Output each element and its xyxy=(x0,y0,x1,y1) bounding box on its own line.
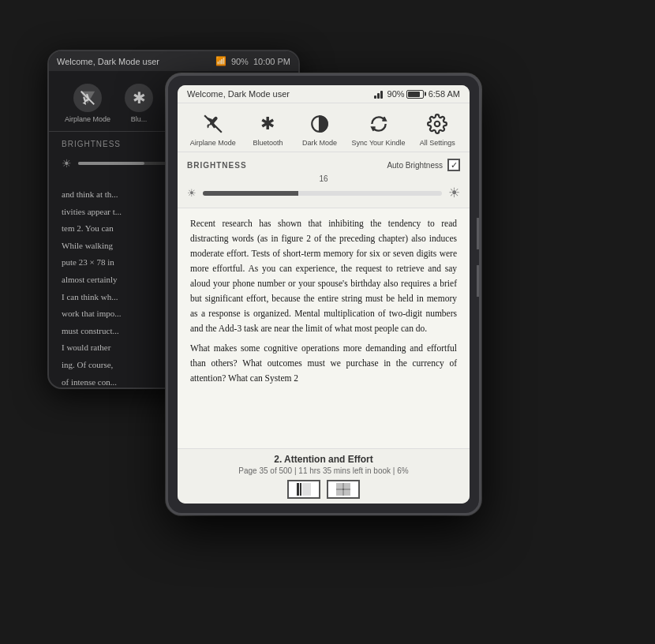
airplane-icon-back xyxy=(73,84,102,112)
brightness-high-front: ☀ xyxy=(448,185,460,201)
qs-sync-label: Sync Your Kindle xyxy=(352,139,406,147)
brightness-header: BRIGHTNESS Auto Brightness ✓ xyxy=(187,159,460,171)
svg-point-3 xyxy=(435,122,440,127)
footer-button-2[interactable] xyxy=(327,480,360,499)
qs-sync[interactable]: Sync Your Kindle xyxy=(352,111,406,147)
back-greeting: Welcome, Dark Mode user xyxy=(57,57,159,66)
chapter-title: 2. Attention and Effort xyxy=(187,454,460,465)
front-status-bar: Welcome, Dark Mode user 90% 6:58 xyxy=(178,85,470,103)
brightness-title: BRIGHTNESS xyxy=(187,161,247,170)
auto-brightness[interactable]: Auto Brightness ✓ xyxy=(387,159,460,171)
kindle-screen: Welcome, Dark Mode user 90% 6:58 xyxy=(178,85,470,504)
page-turn-button-2[interactable] xyxy=(477,265,481,297)
sync-icon xyxy=(366,111,391,137)
svg-rect-10 xyxy=(344,490,350,496)
svg-rect-7 xyxy=(336,483,342,489)
book-content[interactable]: Recent research has shown that inhibitin… xyxy=(178,208,470,448)
footer-buttons xyxy=(187,480,460,499)
svg-rect-6 xyxy=(302,483,311,496)
back-bluetooth-label: Blu... xyxy=(131,115,148,123)
brightness-fill xyxy=(78,162,144,165)
qs-darkmode[interactable]: Dark Mode xyxy=(300,111,339,147)
brightness-value: 16 xyxy=(187,174,460,183)
back-battery: 90% xyxy=(231,57,249,66)
battery-pct-text: 90% xyxy=(387,89,405,99)
brightness-filled-portion xyxy=(203,191,298,196)
brightness-low-front: ☀ xyxy=(187,187,196,200)
brightness-slider[interactable] xyxy=(203,191,442,196)
back-airplane[interactable]: Airplane Mode xyxy=(65,84,110,123)
book-paragraph-2: What makes some cognitive operations mor… xyxy=(190,341,457,386)
book-meta: Page 35 of 500 | 11 hrs 35 mins left in … xyxy=(187,466,460,475)
bluetooth-icon: ✱ xyxy=(255,111,280,137)
wifi-icon-front xyxy=(374,89,383,99)
back-time: 10:00 PM xyxy=(253,57,290,66)
front-status-icons: 90% 6:58 AM xyxy=(374,89,460,99)
back-status-right: 📶 90% 10:00 PM xyxy=(215,56,290,66)
kindle-front: Welcome, Dark Mode user 90% 6:58 xyxy=(166,73,481,515)
svg-rect-4 xyxy=(297,483,299,496)
svg-rect-8 xyxy=(344,483,350,489)
battery-icon xyxy=(406,90,424,99)
qs-airplane-label: Airplane Mode xyxy=(190,139,236,147)
book-paragraph-1: Recent research has shown that inhibitin… xyxy=(190,216,457,336)
back-bluetooth[interactable]: ✱ Blu... xyxy=(125,84,153,123)
qs-settings[interactable]: All Settings xyxy=(417,111,457,147)
auto-brightness-label: Auto Brightness xyxy=(387,161,443,170)
footer-button-1[interactable] xyxy=(287,480,320,499)
qs-bluetooth-label: Bluetooth xyxy=(253,139,283,147)
svg-rect-5 xyxy=(300,483,301,496)
front-time: 6:58 AM xyxy=(429,89,460,99)
bluetooth-icon-back: ✱ xyxy=(125,84,153,112)
brightness-section: BRIGHTNESS Auto Brightness ✓ 16 ☀ ☀ xyxy=(178,152,470,208)
brightness-low-icon: ☀ xyxy=(62,157,72,170)
qs-darkmode-label: Dark Mode xyxy=(302,139,337,147)
front-battery-pct: 90% xyxy=(387,89,424,99)
quick-settings-bar: Airplane Mode ✱ Bluetooth Dark Mode xyxy=(178,103,470,152)
back-airplane-label: Airplane Mode xyxy=(65,115,110,123)
back-wifi-icon: 📶 xyxy=(215,56,226,66)
book-footer: 2. Attention and Effort Page 35 of 500 |… xyxy=(178,448,470,504)
qs-bluetooth[interactable]: ✱ Bluetooth xyxy=(248,111,287,147)
settings-icon xyxy=(425,111,450,137)
svg-rect-9 xyxy=(336,490,342,496)
front-greeting: Welcome, Dark Mode user xyxy=(187,89,290,99)
auto-brightness-checkbox[interactable]: ✓ xyxy=(447,159,460,171)
back-status-bar: Welcome, Dark Mode user 📶 90% 10:00 PM xyxy=(49,51,298,71)
page-turn-button-1[interactable] xyxy=(477,218,481,249)
darkmode-icon xyxy=(307,111,332,137)
scene: Welcome, Dark Mode user 📶 90% 10:00 PM A… xyxy=(32,26,623,618)
airplane-icon xyxy=(200,111,226,137)
brightness-row: ☀ ☀ xyxy=(187,185,460,201)
qs-settings-label: All Settings xyxy=(420,139,455,147)
qs-airplane[interactable]: Airplane Mode xyxy=(190,111,236,147)
